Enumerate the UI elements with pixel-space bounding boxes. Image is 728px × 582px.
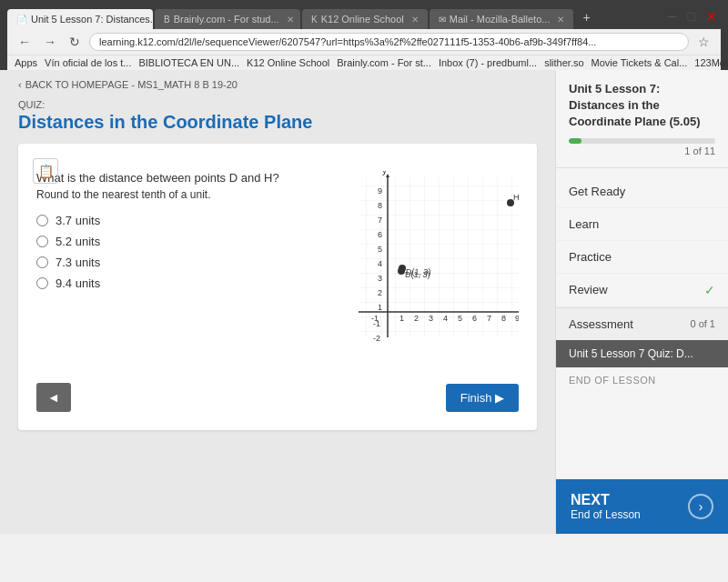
sidebar-item-get-ready[interactable]: Get Ready bbox=[556, 176, 728, 208]
svg-text:9: 9 bbox=[515, 314, 519, 323]
back-link[interactable]: ‹ BACK TO HOMEPAGE - MS1_MATH 8 B 19-20 bbox=[18, 79, 537, 90]
bookmark-k12-2[interactable]: K12 Online School bbox=[247, 57, 329, 68]
bookmark-biblioteca[interactable]: BIBLIOTECA EN UN... bbox=[138, 57, 239, 68]
options-list: 3.7 units 5.2 units 7.3 units 9.4 u bbox=[36, 214, 318, 290]
main-content: ‹ BACK TO HOMEPAGE - MS1_MATH 8 B 19-20 … bbox=[0, 70, 555, 534]
end-of-lesson-label: END OF LESSON bbox=[556, 367, 728, 393]
next-button[interactable]: NEXT End of Lesson › bbox=[556, 479, 728, 534]
svg-text:-2: -2 bbox=[373, 334, 380, 343]
progress-fill bbox=[569, 138, 581, 144]
assessment-header[interactable]: Assessment 0 of 1 bbox=[556, 307, 728, 340]
svg-text:3: 3 bbox=[429, 314, 433, 323]
svg-text:7: 7 bbox=[487, 314, 491, 323]
sidebar: Unit 5 Lesson 7: Distances in the Coordi… bbox=[555, 70, 728, 534]
option-3-label: 7.3 units bbox=[56, 256, 100, 269]
assessment-section: Assessment 0 of 1 Unit 5 Lesson 7 Quiz: … bbox=[556, 307, 728, 367]
question-sub: Round to the nearest tenth of a unit. bbox=[36, 188, 318, 201]
option-1-label: 3.7 units bbox=[56, 214, 100, 227]
progress-bar bbox=[569, 138, 715, 144]
bookmark-movies[interactable]: Movie Tickets & Cal... bbox=[592, 57, 688, 68]
svg-text:9: 9 bbox=[378, 186, 382, 196]
minimize-button[interactable]: ─ bbox=[664, 7, 681, 25]
option-1[interactable]: 3.7 units bbox=[36, 214, 318, 227]
svg-text:6: 6 bbox=[378, 230, 382, 239]
svg-text:5: 5 bbox=[378, 245, 382, 254]
sidebar-item-review[interactable]: Review ✓ bbox=[556, 274, 728, 307]
quiz-left: What is the distance between points D an… bbox=[36, 171, 318, 365]
quiz-label: QUIZ: bbox=[18, 99, 537, 110]
quiz-card: 📋 What is the distance between points D … bbox=[18, 144, 537, 430]
maximize-button[interactable]: □ bbox=[684, 7, 699, 25]
svg-text:7: 7 bbox=[378, 216, 382, 225]
quiz-content: What is the distance between points D an… bbox=[36, 171, 519, 365]
svg-text:6: 6 bbox=[472, 314, 477, 323]
svg-text:-1: -1 bbox=[373, 319, 380, 328]
svg-text:4: 4 bbox=[443, 314, 448, 323]
svg-text:3: 3 bbox=[378, 274, 382, 283]
sidebar-header: Unit 5 Lesson 7: Distances in the Coordi… bbox=[556, 70, 728, 168]
bookmark-star[interactable]: ☆ bbox=[694, 33, 713, 51]
forward-nav-button[interactable]: → bbox=[40, 33, 60, 51]
svg-text:D(1, 3): D(1, 3) bbox=[405, 270, 430, 279]
back-arrow-icon: ‹ bbox=[18, 79, 22, 90]
option-4[interactable]: 9.4 units bbox=[36, 276, 318, 290]
svg-text:5: 5 bbox=[458, 314, 462, 323]
back-nav-button[interactable]: ← bbox=[15, 33, 35, 51]
progress-text: 1 of 11 bbox=[569, 146, 715, 156]
page-title: Distances in the Coordinate Plane bbox=[18, 112, 537, 133]
coordinate-plane-container: x y -1 1 2 3 4 5 6 7 8 9 bbox=[337, 171, 519, 365]
bookmark-slither[interactable]: slither.so bbox=[544, 57, 583, 68]
radio-5-2[interactable] bbox=[36, 236, 48, 247]
svg-text:H(9, 8): H(9, 8) bbox=[513, 193, 519, 202]
question-text: What is the distance between points D an… bbox=[36, 171, 318, 185]
sidebar-item-practice[interactable]: Practice bbox=[556, 241, 728, 274]
tab-brainly[interactable]: B Brainly.com - For stud... ✕ bbox=[155, 9, 300, 29]
url-bar[interactable] bbox=[89, 33, 689, 51]
bookmark-123movies[interactable]: 123Movies - Watch... bbox=[694, 57, 728, 68]
svg-text:y: y bbox=[382, 171, 387, 176]
sidebar-title: Unit 5 Lesson 7: Distances in the Coordi… bbox=[569, 81, 715, 131]
finish-button[interactable]: Finish ▶ bbox=[446, 384, 519, 412]
next-arrow-icon: › bbox=[688, 494, 713, 519]
close-button[interactable]: ✕ bbox=[703, 7, 721, 25]
radio-3-7[interactable] bbox=[36, 215, 48, 226]
tab-active[interactable]: 📄 Unit 5 Lesson 7: Distances... ✕ bbox=[7, 9, 153, 29]
bookmark-apps[interactable]: Apps bbox=[15, 57, 37, 68]
option-3[interactable]: 7.3 units bbox=[36, 256, 318, 269]
radio-7-3[interactable] bbox=[36, 256, 48, 268]
next-btn-title: NEXT bbox=[571, 492, 641, 508]
svg-text:8: 8 bbox=[501, 314, 506, 323]
assessment-sub-item[interactable]: Unit 5 Lesson 7 Quiz: D... bbox=[556, 340, 728, 367]
bookmark-brainly[interactable]: Brainly.com - For st... bbox=[337, 57, 431, 68]
clipboard-icon: 📋 bbox=[33, 158, 58, 184]
new-tab-button[interactable]: + bbox=[575, 5, 597, 29]
prev-button[interactable]: ◄ bbox=[36, 383, 71, 412]
quiz-footer: ◄ Finish ▶ bbox=[36, 383, 519, 412]
svg-point-30 bbox=[398, 267, 405, 275]
next-btn-sub: End of Lesson bbox=[571, 508, 641, 521]
svg-text:1: 1 bbox=[378, 303, 382, 312]
sidebar-nav: Get Ready Learn Practice Review ✓ Assess… bbox=[556, 168, 728, 479]
svg-text:4: 4 bbox=[378, 259, 382, 268]
svg-text:8: 8 bbox=[378, 201, 382, 210]
tab-mail[interactable]: ✉ Mail - Mozilla-Balleto... ✕ bbox=[430, 9, 574, 29]
tab-k12[interactable]: K K12 Online School ✕ bbox=[302, 9, 428, 29]
bookmark-oficial[interactable]: Vín oficial de los t... bbox=[45, 57, 131, 68]
svg-text:1: 1 bbox=[399, 314, 404, 323]
option-2[interactable]: 5.2 units bbox=[36, 235, 318, 248]
option-2-label: 5.2 units bbox=[56, 235, 100, 248]
option-4-label: 9.4 units bbox=[56, 276, 100, 290]
radio-9-4[interactable] bbox=[36, 277, 48, 289]
assessment-badge: 0 of 1 bbox=[690, 318, 715, 329]
assessment-label: Assessment bbox=[569, 317, 633, 331]
browser-chrome: 📄 Unit 5 Lesson 7: Distances... ✕ B Brai… bbox=[0, 0, 728, 70]
svg-rect-0 bbox=[359, 177, 519, 337]
refresh-button[interactable]: ↻ bbox=[66, 33, 84, 51]
coordinate-plane: x y -1 1 2 3 4 5 6 7 8 9 bbox=[337, 171, 519, 362]
svg-text:2: 2 bbox=[378, 288, 382, 297]
progress-bar-wrap: 1 of 11 bbox=[569, 138, 715, 156]
bookmark-inbox[interactable]: Inbox (7) - predbuml... bbox=[439, 57, 537, 68]
svg-text:2: 2 bbox=[414, 314, 419, 323]
sidebar-item-learn[interactable]: Learn bbox=[556, 208, 728, 241]
review-check-icon: ✓ bbox=[704, 283, 715, 297]
